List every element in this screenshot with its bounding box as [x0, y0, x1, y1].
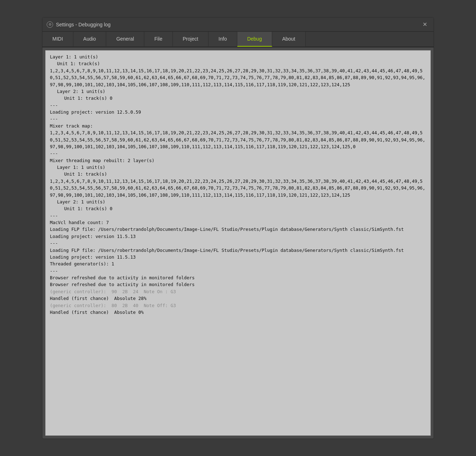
tab-project[interactable]: Project [173, 32, 209, 47]
log-line: Handled (first chance) Absolute 28% [50, 295, 426, 302]
tab-general[interactable]: General [106, 32, 144, 47]
log-container[interactable]: Layer 1: 1 unit(s)Unit 1: track(s)1,2,3,… [46, 51, 430, 435]
log-line: --- [50, 240, 426, 247]
log-line: Mixer track map: [50, 123, 426, 129]
log-line: (generic controller): 90 2B 24 Note On :… [50, 288, 426, 295]
tab-file[interactable]: File [144, 32, 173, 47]
log-line: 1,2,3,4,5,6,7,8,9,10,11,12,13,14,15,16,1… [50, 67, 426, 88]
log-line: Layer 1: 1 unit(s) [50, 164, 426, 171]
log-line: Loading project: version 11.5.13 [50, 254, 426, 260]
log-line: Unit 1: track(s) [50, 171, 426, 177]
log-line: Loading FLP file: /Users/robertrandolph/… [50, 247, 426, 254]
log-line: Browser refreshed due to activity in mon… [50, 274, 426, 281]
log-line: Unit 1: track(s) [50, 60, 426, 67]
log-line: Loading project: version 12.5.0.59 [50, 109, 426, 115]
tab-midi[interactable]: MIDI [42, 32, 73, 47]
log-line: Unit 1: track(s) 0 [50, 205, 426, 212]
log-line: Loading project: version 11.5.13 [50, 233, 426, 240]
log-line: Layer 1: 1 unit(s) [50, 53, 426, 60]
log-line: Browser refreshed due to activity in mon… [50, 281, 426, 288]
title-bar-left: ⚙ Settings - Debugging log [47, 21, 110, 28]
log-line: 1,2,3,4,5,6,7,8,9,10,11,12,13,14,15,16,1… [50, 129, 426, 150]
log-line: Loading FLP file: /Users/robertrandolph/… [50, 226, 426, 233]
log-line: --- [50, 115, 426, 122]
log-line: --- [50, 150, 426, 157]
window-title: Settings - Debugging log [56, 22, 110, 27]
content-area: Layer 1: 1 unit(s)Unit 1: track(s)1,2,3,… [45, 50, 431, 436]
settings-icon: ⚙ [47, 21, 53, 28]
log-line: Handled (first chance) Absolute 0% [50, 309, 426, 316]
tab-info[interactable]: Info [208, 32, 237, 47]
log-line: --- [50, 268, 426, 274]
tab-about[interactable]: About [272, 32, 306, 47]
log-line: MacVcl handle count: 7 [50, 219, 426, 226]
close-button[interactable]: ✕ [420, 20, 429, 28]
tab-audio[interactable]: Audio [73, 32, 107, 47]
tab-debug[interactable]: Debug [237, 32, 272, 47]
log-line: 1,2,3,4,5,6,7,8,9,10,11,12,13,14,15,16,1… [50, 178, 426, 198]
log-line: Unit 1: track(s) 0 [50, 95, 426, 102]
log-line: Layer 2: 1 unit(s) [50, 88, 426, 95]
log-line: Layer 2: 1 unit(s) [50, 198, 426, 205]
settings-window: ⚙ Settings - Debugging log ✕ MIDIAudioGe… [42, 17, 434, 439]
log-line: Threaded generator(s): 1 [50, 260, 426, 267]
log-line: --- [50, 212, 426, 219]
log-line: Mixer threading map rebuilt: 2 layer(s) [50, 157, 426, 164]
tab-bar: MIDIAudioGeneralFileProjectInfoDebugAbou… [42, 32, 434, 47]
log-line: --- [50, 102, 426, 109]
title-bar: ⚙ Settings - Debugging log ✕ [42, 17, 434, 32]
log-line: (generic controller): 80 2B 40 Note Off:… [50, 302, 426, 309]
